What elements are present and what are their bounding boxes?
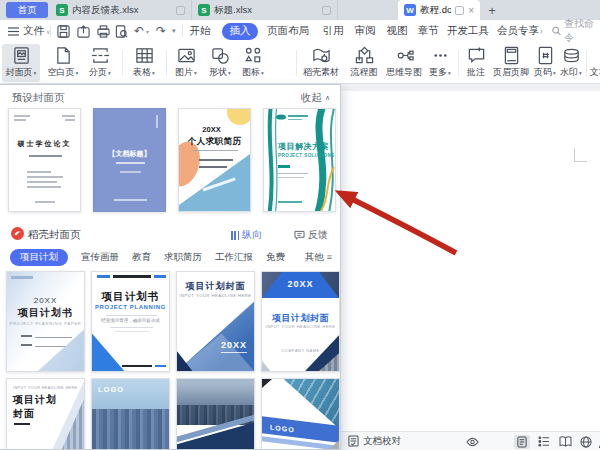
docer-cover-3[interactable]: 项目计划封面 INPUT YOUR HEADLINE HERE 20XX	[176, 271, 255, 372]
redo-button[interactable]: ↷	[156, 20, 166, 42]
web-layout-view-button[interactable]	[578, 435, 594, 449]
docer-cover-2[interactable]: 项目计划书 PROJECT PLANNING 经营项目管理，确保目标达成	[91, 271, 170, 372]
ribbon-tab-view[interactable]: 视图	[382, 20, 412, 42]
quick-access-toolbar-menu-icon[interactable]: ▾	[172, 20, 176, 42]
watermark-icon	[562, 46, 581, 65]
docer-cover-4[interactable]: 20XX 项目计划封面 INPUT YOUR HEADLINE HERE COM…	[261, 271, 340, 372]
docer-cover-1[interactable]: 20XX 项目计划书 PROJECT PLANNING PAPER	[6, 271, 85, 372]
menu-bar: 文件 ∨ ↶▾ ↷ ▾ 开始 插入 页面布局 引用 审阅 视图 章节 开发工具 …	[0, 20, 600, 42]
export-button[interactable]	[75, 23, 91, 39]
docer-cover-5[interactable]: INPUT YOUR HEADLINE HERE 项目计划 封面	[6, 378, 85, 450]
preset-cover-blue-title[interactable]: 【文档标题】	[93, 108, 166, 212]
undo-button[interactable]: ↶▾	[134, 20, 149, 42]
ribbon-page-number-button[interactable]: 页码▾	[532, 44, 558, 82]
file-menu-label: 文件	[23, 24, 44, 38]
cover-subtitle: INPUT YOUR HEADLINE HERE	[262, 324, 339, 329]
dropdown-caret-icon: ▾	[152, 70, 155, 76]
preset-cover-project-solutions[interactable]: 项目解决方案 PROJECT SOLUTIONS	[263, 108, 336, 212]
ribbon-watermark-button[interactable]: 水印▾	[558, 44, 584, 82]
home-tab-button[interactable]: 首页	[6, 2, 48, 18]
print-layout-icon	[517, 436, 527, 448]
ribbon-more-button[interactable]: 更多▾	[426, 44, 454, 82]
category-tab-free[interactable]: 免费	[266, 251, 285, 264]
category-more-button[interactable]: 其他≡	[305, 251, 332, 264]
print-layout-view-button[interactable]	[514, 435, 530, 449]
pin-icon[interactable]	[455, 6, 464, 15]
ribbon-tab-review[interactable]: 审阅	[350, 20, 380, 42]
print-button[interactable]	[95, 23, 111, 39]
tab-label: 标题.xlsx	[214, 4, 318, 17]
read-layout-view-button[interactable]	[557, 435, 573, 449]
proofread-button[interactable]: 文档校对	[348, 432, 401, 450]
ribbon-cover-page-button[interactable]: 封面页▾	[2, 44, 40, 82]
spreadsheet-app-icon: S	[56, 4, 68, 16]
save-button[interactable]	[55, 23, 71, 39]
ribbon-table-button[interactable]: 表格▾	[126, 44, 162, 82]
outline-view-button[interactable]	[536, 435, 552, 449]
ribbon-tab-developer[interactable]: 开发工具	[444, 20, 492, 42]
document-tab-active[interactable]: W 教程.docx ×	[398, 0, 480, 20]
ribbon-tab-home[interactable]: 开始	[182, 20, 218, 42]
docer-cover-8[interactable]: LOGO	[261, 378, 340, 450]
cover-title: 【文档标题】	[94, 149, 165, 159]
ribbon-docer-assets-button[interactable]: 稻壳素材	[300, 44, 342, 82]
ribbon-icons-button[interactable]: 图标▾	[238, 44, 268, 82]
docer-cover-7[interactable]: LOGO	[176, 378, 255, 450]
pin-icon[interactable]	[322, 6, 331, 15]
ribbon-tab-references[interactable]: 引用	[318, 20, 348, 42]
file-menu-button[interactable]: 文件 ∨	[8, 20, 50, 42]
category-tab-project-plan-active[interactable]: 项目计划	[10, 249, 68, 266]
ink-tool-button[interactable]	[596, 435, 600, 449]
dropdown-caret-icon: ▾	[108, 70, 111, 76]
close-tab-icon[interactable]: ×	[468, 5, 474, 16]
icon-library-icon	[244, 46, 263, 65]
proofread-label: 文档校对	[363, 435, 401, 448]
preset-cover-thesis[interactable]: 硕士学位论文	[8, 108, 81, 212]
book-icon	[559, 436, 572, 447]
divider	[586, 50, 587, 76]
eye-protect-button[interactable]	[464, 435, 480, 449]
document-tab-1[interactable]: S 内容反馈表.xlsx	[50, 0, 192, 20]
divider	[122, 50, 123, 76]
ribbon-blank-page-button[interactable]: 空白页▾	[44, 44, 82, 82]
ribbon-page-break-button[interactable]: 分页▾	[84, 44, 116, 82]
ribbon-picture-button[interactable]: 图片▾	[170, 44, 202, 82]
docer-cover-6[interactable]: LOGO	[91, 378, 170, 450]
feedback-button[interactable]: 反馈	[294, 228, 328, 242]
new-tab-button[interactable]: +	[484, 2, 500, 18]
ribbon-tab-page-layout[interactable]: 页面布局	[262, 20, 314, 42]
category-tab-education[interactable]: 教育	[132, 251, 151, 264]
divider	[296, 50, 297, 76]
blank-page-icon	[55, 46, 72, 65]
cover-subtitle: PROJECT PLANNING PAPER	[7, 321, 84, 326]
ribbon-shapes-button[interactable]: 形状▾	[204, 44, 236, 82]
ribbon-flowchart-button[interactable]: 流程图	[346, 44, 382, 82]
print-preview-button[interactable]	[113, 23, 129, 39]
header-footer-icon	[503, 46, 520, 65]
category-tab-brochure[interactable]: 宣传画册	[81, 251, 119, 264]
category-tab-resume[interactable]: 求职简历	[164, 251, 202, 264]
ribbon-comment-button[interactable]: 批注	[462, 44, 490, 82]
document-tab-2[interactable]: S 标题.xlsx	[192, 0, 338, 20]
pin-icon[interactable]	[176, 6, 185, 15]
chevron-down-icon: ▾	[146, 28, 149, 35]
portrait-filter-button[interactable]: 纵向	[231, 228, 262, 242]
cover-subtitle: INPUT YOUR HEADLINE HERE	[177, 293, 254, 298]
collapse-button[interactable]: 收起∧	[301, 91, 330, 105]
ribbon-tab-insert-active[interactable]: 插入	[222, 23, 258, 40]
ribbon-tab-section[interactable]: 章节	[413, 20, 443, 42]
chevron-right-icon[interactable]: ›	[540, 20, 543, 42]
ribbon-tab-membership[interactable]: 会员专享	[494, 20, 542, 42]
export-icon	[77, 25, 90, 38]
search-command-box[interactable]: 查找命令	[552, 20, 600, 42]
category-tab-work-report[interactable]: 工作汇报	[215, 251, 253, 264]
ribbon-mindmap-button[interactable]: 思维导图	[384, 44, 424, 82]
divider	[166, 50, 167, 76]
globe-icon	[580, 436, 592, 448]
print-icon	[97, 25, 110, 38]
cover-title: 项目计划	[13, 393, 57, 407]
preset-cover-resume[interactable]: 20XX 个人求职简历	[178, 108, 251, 212]
menu-lines-icon: ≡	[327, 252, 332, 262]
ribbon-header-footer-button[interactable]: 页眉页脚	[492, 44, 530, 82]
ribbon-textbox-button[interactable]: 文本框▾	[590, 44, 600, 82]
